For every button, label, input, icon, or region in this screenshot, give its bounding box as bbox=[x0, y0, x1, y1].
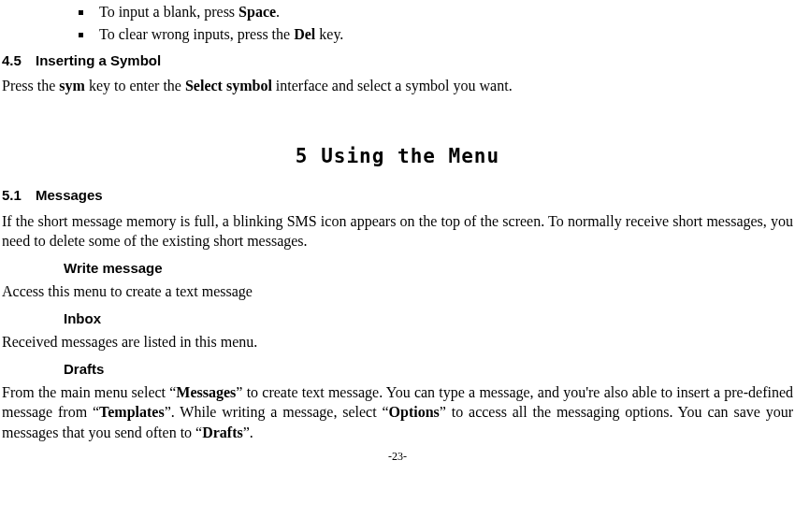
text: Press the bbox=[2, 78, 59, 93]
text: key to enter the bbox=[85, 78, 185, 93]
section-title: Messages bbox=[36, 187, 103, 203]
section-number: 4.5 bbox=[2, 51, 36, 70]
text: ”. While writing a message, select “ bbox=[165, 404, 389, 420]
chapter-heading: 5 Using the Menu bbox=[2, 143, 793, 169]
text: ”. bbox=[243, 424, 253, 440]
text: To clear wrong inputs, press the bbox=[99, 26, 294, 42]
list-item: To input a blank, press Space. bbox=[94, 2, 793, 22]
bold-text: Drafts bbox=[202, 424, 243, 440]
text: . bbox=[276, 4, 280, 20]
paragraph: Access this menu to create a text messag… bbox=[2, 281, 793, 302]
bold-text: Templates bbox=[99, 404, 165, 420]
subheading-inbox: Inbox bbox=[64, 309, 793, 328]
bold-text: sym bbox=[59, 78, 85, 93]
text: To input a blank, press bbox=[99, 4, 238, 20]
list-item: To clear wrong inputs, press the Del key… bbox=[94, 24, 793, 45]
paragraph: Press the sym key to enter the Select sy… bbox=[2, 76, 793, 96]
section-heading-5-1: 5.1Messages bbox=[2, 186, 793, 205]
bold-text: Select symbol bbox=[185, 78, 272, 93]
bold-text: Space bbox=[238, 4, 276, 20]
paragraph: Received messages are listed in this men… bbox=[2, 332, 793, 352]
section-title: Inserting a Symbol bbox=[36, 52, 161, 68]
subheading-drafts: Drafts bbox=[64, 360, 793, 379]
section-number: 5.1 bbox=[2, 186, 36, 205]
subheading-write-message: Write message bbox=[64, 259, 793, 278]
page-number: -23- bbox=[2, 449, 793, 464]
bold-text: Messages bbox=[176, 384, 236, 400]
text: interface and select a symbol you want. bbox=[272, 78, 513, 93]
bold-text: Del bbox=[294, 26, 315, 42]
paragraph: From the main menu select “Messages” to … bbox=[2, 382, 793, 443]
section-heading-4-5: 4.5Inserting a Symbol bbox=[2, 51, 793, 70]
paragraph: If the short message memory is full, a b… bbox=[2, 211, 793, 252]
bold-text: Options bbox=[389, 404, 440, 420]
text: From the main menu select “ bbox=[2, 384, 176, 400]
bullet-list: To input a blank, press Space. To clear … bbox=[2, 2, 793, 44]
text: key. bbox=[315, 26, 343, 42]
